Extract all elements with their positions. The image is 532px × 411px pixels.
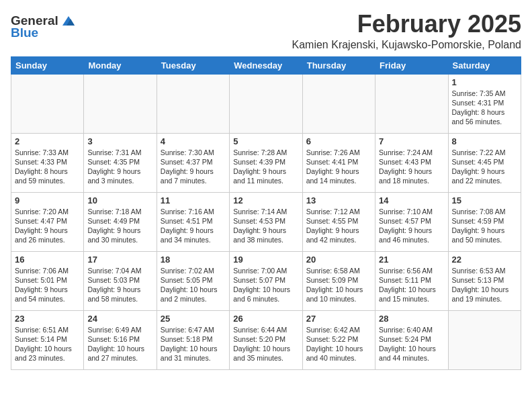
calendar-cell: 1Sunrise: 7:35 AM Sunset: 4:31 PM Daylig…: [448, 74, 521, 133]
calendar-cell: 24Sunrise: 6:49 AM Sunset: 5:16 PM Dayli…: [84, 310, 157, 369]
day-info: Sunrise: 7:14 AM Sunset: 4:53 PM Dayligh…: [233, 207, 298, 245]
calendar-cell: 28Sunrise: 6:40 AM Sunset: 5:24 PM Dayli…: [375, 310, 448, 369]
day-info: Sunrise: 7:04 AM Sunset: 5:03 PM Dayligh…: [87, 266, 152, 304]
calendar-cell: 17Sunrise: 7:04 AM Sunset: 5:03 PM Dayli…: [84, 251, 157, 310]
day-info: Sunrise: 7:16 AM Sunset: 4:51 PM Dayligh…: [161, 207, 226, 245]
day-number: 14: [379, 195, 444, 205]
calendar-cell: 26Sunrise: 6:44 AM Sunset: 5:20 PM Dayli…: [230, 310, 302, 369]
calendar-cell: 23Sunrise: 6:51 AM Sunset: 5:14 PM Dayli…: [11, 310, 84, 369]
calendar-cell: 5Sunrise: 7:28 AM Sunset: 4:39 PM Daylig…: [230, 133, 302, 192]
calendar-cell: [375, 74, 448, 133]
day-info: Sunrise: 7:12 AM Sunset: 4:55 PM Dayligh…: [306, 207, 371, 245]
day-number: 18: [161, 255, 226, 265]
calendar-cell: 6Sunrise: 7:26 AM Sunset: 4:41 PM Daylig…: [302, 133, 375, 192]
day-number: 1: [452, 77, 517, 87]
calendar-cell: 16Sunrise: 7:06 AM Sunset: 5:01 PM Dayli…: [11, 251, 84, 310]
day-info: Sunrise: 7:02 AM Sunset: 5:05 PM Dayligh…: [161, 266, 226, 304]
day-info: Sunrise: 6:47 AM Sunset: 5:18 PM Dayligh…: [161, 325, 226, 363]
day-number: 16: [15, 255, 80, 265]
calendar-cell: 12Sunrise: 7:14 AM Sunset: 4:53 PM Dayli…: [230, 192, 302, 251]
day-info: Sunrise: 7:28 AM Sunset: 4:39 PM Dayligh…: [233, 148, 298, 186]
weekday-header: Thursday: [302, 56, 375, 74]
calendar-cell: 4Sunrise: 7:30 AM Sunset: 4:37 PM Daylig…: [157, 133, 229, 192]
calendar-cell: 25Sunrise: 6:47 AM Sunset: 5:18 PM Dayli…: [157, 310, 229, 369]
calendar-cell: 18Sunrise: 7:02 AM Sunset: 5:05 PM Dayli…: [157, 251, 229, 310]
calendar-cell: 19Sunrise: 7:00 AM Sunset: 5:07 PM Dayli…: [230, 251, 302, 310]
day-number: 26: [233, 314, 298, 324]
day-info: Sunrise: 7:35 AM Sunset: 4:31 PM Dayligh…: [452, 89, 517, 127]
day-info: Sunrise: 7:30 AM Sunset: 4:37 PM Dayligh…: [161, 148, 226, 186]
day-info: Sunrise: 7:24 AM Sunset: 4:43 PM Dayligh…: [379, 148, 444, 186]
calendar-cell: [448, 310, 521, 369]
calendar-cell: 21Sunrise: 6:56 AM Sunset: 5:11 PM Dayli…: [375, 251, 448, 310]
calendar-week-row: 23Sunrise: 6:51 AM Sunset: 5:14 PM Dayli…: [11, 310, 521, 369]
day-number: 25: [161, 314, 226, 324]
day-info: Sunrise: 7:00 AM Sunset: 5:07 PM Dayligh…: [233, 266, 298, 304]
calendar-header-row: SundayMondayTuesdayWednesdayThursdayFrid…: [11, 56, 521, 74]
day-info: Sunrise: 7:10 AM Sunset: 4:57 PM Dayligh…: [379, 207, 444, 245]
day-info: Sunrise: 6:42 AM Sunset: 5:22 PM Dayligh…: [306, 325, 371, 363]
calendar-cell: 11Sunrise: 7:16 AM Sunset: 4:51 PM Dayli…: [157, 192, 229, 251]
calendar-cell: [230, 74, 302, 133]
calendar-week-row: 1Sunrise: 7:35 AM Sunset: 4:31 PM Daylig…: [11, 74, 521, 133]
calendar-cell: 8Sunrise: 7:22 AM Sunset: 4:45 PM Daylig…: [448, 133, 521, 192]
day-info: Sunrise: 6:40 AM Sunset: 5:24 PM Dayligh…: [379, 325, 444, 363]
day-number: 8: [452, 136, 517, 146]
day-number: 15: [452, 195, 517, 205]
day-info: Sunrise: 6:58 AM Sunset: 5:09 PM Dayligh…: [306, 266, 371, 304]
header: General Blue February 2025 Kamien Krajen…: [11, 11, 521, 51]
calendar-cell: [84, 74, 157, 133]
weekday-header: Sunday: [11, 56, 84, 74]
day-number: 19: [233, 255, 298, 265]
day-number: 3: [87, 136, 152, 146]
day-number: 9: [15, 195, 80, 205]
calendar-cell: 2Sunrise: 7:33 AM Sunset: 4:33 PM Daylig…: [11, 133, 84, 192]
calendar-cell: 20Sunrise: 6:58 AM Sunset: 5:09 PM Dayli…: [302, 251, 375, 310]
weekday-header: Wednesday: [230, 56, 302, 74]
calendar-week-row: 16Sunrise: 7:06 AM Sunset: 5:01 PM Dayli…: [11, 251, 521, 310]
calendar-cell: 15Sunrise: 7:08 AM Sunset: 4:59 PM Dayli…: [448, 192, 521, 251]
calendar-table: SundayMondayTuesdayWednesdayThursdayFrid…: [11, 56, 521, 370]
day-number: 10: [87, 195, 152, 205]
logo-icon: [61, 15, 76, 27]
logo-blue: Blue: [11, 26, 38, 40]
day-number: 17: [87, 255, 152, 265]
day-info: Sunrise: 6:56 AM Sunset: 5:11 PM Dayligh…: [379, 266, 444, 304]
calendar-week-row: 9Sunrise: 7:20 AM Sunset: 4:47 PM Daylig…: [11, 192, 521, 251]
day-info: Sunrise: 6:44 AM Sunset: 5:20 PM Dayligh…: [233, 325, 298, 363]
day-number: 4: [161, 136, 226, 146]
day-number: 28: [379, 314, 444, 324]
day-info: Sunrise: 7:31 AM Sunset: 4:35 PM Dayligh…: [87, 148, 152, 186]
calendar-cell: 10Sunrise: 7:18 AM Sunset: 4:49 PM Dayli…: [84, 192, 157, 251]
day-number: 2: [15, 136, 80, 146]
calendar-cell: 7Sunrise: 7:24 AM Sunset: 4:43 PM Daylig…: [375, 133, 448, 192]
day-number: 27: [306, 314, 371, 324]
calendar-cell: 22Sunrise: 6:53 AM Sunset: 5:13 PM Dayli…: [448, 251, 521, 310]
day-info: Sunrise: 6:51 AM Sunset: 5:14 PM Dayligh…: [15, 325, 80, 363]
day-info: Sunrise: 7:06 AM Sunset: 5:01 PM Dayligh…: [15, 266, 80, 304]
calendar-cell: 14Sunrise: 7:10 AM Sunset: 4:57 PM Dayli…: [375, 192, 448, 251]
day-info: Sunrise: 6:53 AM Sunset: 5:13 PM Dayligh…: [452, 266, 517, 304]
day-number: 21: [379, 255, 444, 265]
day-number: 7: [379, 136, 444, 146]
day-number: 20: [306, 255, 371, 265]
day-number: 13: [306, 195, 371, 205]
day-number: 11: [161, 195, 226, 205]
weekday-header: Monday: [84, 56, 157, 74]
day-info: Sunrise: 7:22 AM Sunset: 4:45 PM Dayligh…: [452, 148, 517, 186]
day-number: 6: [306, 136, 371, 146]
day-number: 12: [233, 195, 298, 205]
day-info: Sunrise: 7:26 AM Sunset: 4:41 PM Dayligh…: [306, 148, 371, 186]
calendar-cell: [11, 74, 84, 133]
calendar-cell: 27Sunrise: 6:42 AM Sunset: 5:22 PM Dayli…: [302, 310, 375, 369]
day-number: 23: [15, 314, 80, 324]
day-number: 24: [87, 314, 152, 324]
weekday-header: Tuesday: [157, 56, 229, 74]
calendar-week-row: 2Sunrise: 7:33 AM Sunset: 4:33 PM Daylig…: [11, 133, 521, 192]
location-subtitle: Kamien Krajenski, Kujawsko-Pomorskie, Po…: [292, 39, 521, 51]
day-info: Sunrise: 7:33 AM Sunset: 4:33 PM Dayligh…: [15, 148, 80, 186]
weekday-header: Saturday: [448, 56, 521, 74]
day-number: 5: [233, 136, 298, 146]
day-info: Sunrise: 7:18 AM Sunset: 4:49 PM Dayligh…: [87, 207, 152, 245]
title-area: February 2025 Kamien Krajenski, Kujawsko…: [292, 11, 521, 51]
